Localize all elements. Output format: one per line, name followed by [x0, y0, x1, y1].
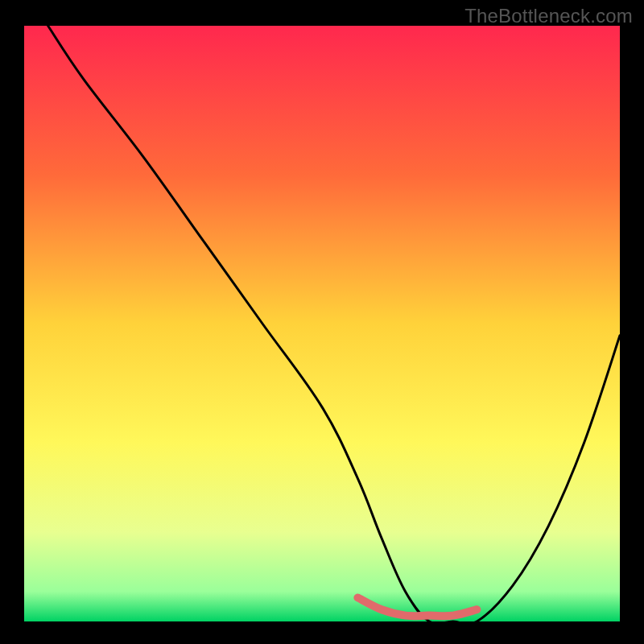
bottleneck-chart	[0, 0, 644, 644]
gradient-background	[24, 26, 620, 621]
chart-container: TheBottleneck.com	[0, 0, 644, 644]
watermark-text: TheBottleneck.com	[464, 5, 633, 27]
